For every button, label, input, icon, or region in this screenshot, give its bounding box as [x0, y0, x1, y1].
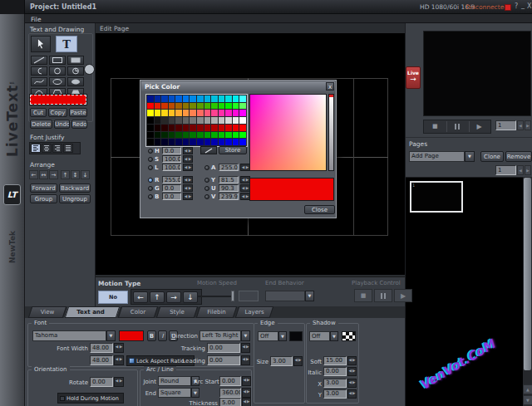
thickness-value[interactable]: 5.00: [219, 398, 241, 406]
leading-value[interactable]: 0.00: [207, 355, 240, 365]
minimize-button[interactable]: _: [521, 2, 525, 9]
palette-swatch[interactable]: [225, 103, 232, 110]
palette-swatch[interactable]: [211, 95, 218, 102]
align-top-icon[interactable]: ↑: [61, 170, 70, 179]
current-color-swatch[interactable]: [30, 95, 86, 105]
font-height-spinner[interactable]: ◀▶: [114, 355, 124, 365]
palette-swatch[interactable]: [219, 139, 225, 145]
palette-swatch[interactable]: [169, 117, 175, 124]
shadow-soft-value[interactable]: 15.00: [323, 356, 347, 365]
pages-scrollbar-thumb[interactable]: [524, 178, 531, 370]
palette-swatch[interactable]: [239, 139, 246, 145]
palette-swatch[interactable]: [204, 103, 211, 110]
palette-swatch[interactable]: [169, 125, 175, 131]
dialog-close-button[interactable]: Close: [304, 205, 335, 214]
hold-during-motion-checkbox[interactable]: Hold During Motion: [57, 393, 124, 404]
align-middle-icon[interactable]: ↕: [71, 170, 80, 179]
palette-swatch[interactable]: [204, 110, 211, 116]
paste-button[interactable]: Paste: [69, 108, 87, 117]
palette-swatch[interactable]: [211, 139, 218, 145]
justify-left-icon[interactable]: [31, 144, 41, 153]
pages-scrollbar[interactable]: ▲ ▼: [523, 177, 532, 406]
font-width-value[interactable]: 48.00: [90, 343, 113, 353]
palette-swatch[interactable]: [197, 132, 204, 139]
close-button[interactable]: X: [527, 2, 531, 10]
palette-swatch[interactable]: [211, 132, 218, 139]
align-left-icon[interactable]: ←: [29, 170, 38, 179]
palette-swatch[interactable]: [219, 95, 225, 102]
tab-view[interactable]: View: [28, 306, 67, 318]
v-radio[interactable]: [204, 194, 209, 199]
palette-swatch[interactable]: [161, 95, 168, 102]
palette-swatch[interactable]: [219, 103, 225, 110]
justify-full-icon[interactable]: [63, 144, 73, 153]
direction-dropdown-icon[interactable]: ▼: [241, 330, 250, 341]
pages-next-icon[interactable]: ▶: [525, 165, 531, 175]
motion-left-icon[interactable]: ←: [133, 291, 148, 303]
align-center-icon[interactable]: ↔: [39, 170, 48, 179]
palette-swatch[interactable]: [175, 103, 182, 110]
ellipse-filled-tool[interactable]: [67, 77, 84, 86]
align-right-icon[interactable]: →: [49, 170, 58, 179]
palette-swatch[interactable]: [239, 132, 246, 139]
r-spinner[interactable]: ◀▶: [183, 176, 193, 183]
g-radio[interactable]: [148, 186, 153, 191]
font-width-spinner[interactable]: ◀▶: [114, 343, 124, 353]
circle-filled-tool[interactable]: [84, 64, 95, 75]
palette-swatch[interactable]: [155, 110, 161, 116]
palette-swatch[interactable]: [197, 95, 204, 102]
motion-right-icon[interactable]: →: [166, 291, 181, 303]
g-value[interactable]: 0.0: [162, 184, 181, 192]
palette-swatch[interactable]: [204, 132, 211, 139]
palette-swatch[interactable]: [147, 132, 154, 139]
palette-swatch[interactable]: [239, 117, 246, 124]
end-behavior-dropdown-icon[interactable]: ▼: [305, 291, 314, 301]
preview-page-next-icon[interactable]: ▶: [525, 120, 531, 130]
live-button[interactable]: Live →: [406, 66, 421, 89]
palette-swatch[interactable]: [233, 125, 239, 131]
preview-stop-icon[interactable]: ■: [424, 120, 446, 133]
palette-swatch[interactable]: [147, 103, 154, 110]
pie-tool[interactable]: [67, 66, 84, 76]
palette-swatch[interactable]: [175, 125, 182, 131]
shadow-soft-spinner[interactable]: ◀▶: [347, 356, 357, 365]
palette-swatch[interactable]: [161, 125, 168, 131]
playback-play-icon[interactable]: ▶: [394, 289, 412, 302]
rectangle-outline-tool[interactable]: [49, 56, 66, 65]
text-tool[interactable]: T: [56, 36, 77, 52]
a-radio[interactable]: [204, 165, 209, 170]
pages-list[interactable]: 1: [406, 177, 523, 406]
palette-swatch[interactable]: [233, 139, 239, 145]
h-value[interactable]: 0.0: [162, 147, 181, 154]
palette-swatch[interactable]: [190, 132, 196, 139]
palette-swatch[interactable]: [225, 139, 232, 145]
no-motion-button[interactable]: No Motion: [98, 291, 128, 304]
connection-indicator[interactable]: [505, 4, 511, 11]
palette-swatch[interactable]: [204, 117, 211, 124]
palette-swatch[interactable]: [147, 117, 154, 124]
shadow-mode-dropdown-icon[interactable]: ▼: [330, 331, 338, 341]
u-radio[interactable]: [204, 186, 209, 191]
palette-swatch[interactable]: [239, 103, 246, 110]
palette-swatch[interactable]: [169, 139, 175, 145]
add-page-dropdown-icon[interactable]: ▼: [465, 151, 475, 162]
palette-swatch[interactable]: [183, 139, 190, 145]
palette-swatch[interactable]: [183, 110, 190, 116]
palette-swatch[interactable]: [183, 132, 190, 139]
font-family-dropdown-icon[interactable]: ▼: [106, 330, 116, 341]
scroll-up-icon[interactable]: ▲: [523, 384, 532, 394]
gradient-picker[interactable]: [249, 94, 327, 171]
palette-swatch[interactable]: [169, 95, 175, 102]
tab-text-and-drawing[interactable]: Text and Drawing: [65, 306, 121, 318]
palette-swatch[interactable]: [183, 117, 190, 124]
palette-swatch[interactable]: [197, 117, 204, 124]
palette-swatch[interactable]: [161, 103, 168, 110]
palette-swatch[interactable]: [169, 132, 175, 139]
l-spinner[interactable]: ◀▶: [183, 164, 193, 171]
palette-swatch[interactable]: [190, 125, 196, 131]
palette-swatch[interactable]: [211, 110, 218, 116]
palette-swatch[interactable]: [190, 110, 196, 116]
delete-button[interactable]: Delete: [30, 120, 52, 129]
preview-pause-icon[interactable]: [446, 120, 469, 133]
palette-swatch[interactable]: [233, 95, 239, 102]
